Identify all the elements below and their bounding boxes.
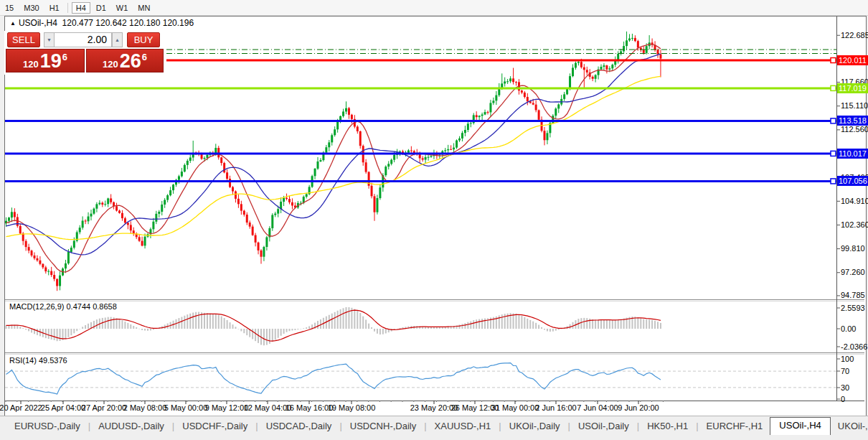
- bid-price[interactable]: 120 19 6: [6, 49, 85, 72]
- chart-tab-audusd-daily[interactable]: AUDUSD-,Daily: [91, 418, 171, 434]
- time-tick-label: 25 Apr 04:00: [41, 403, 85, 412]
- price-level-badge: 107.056: [837, 176, 868, 186]
- chart-tab-xauusd-h1[interactable]: XAUUSD-,H1: [428, 418, 499, 434]
- mt4-workspace: 15M30H1H4D1W1MN ▲USOil-,H4 120.477 120.6…: [0, 0, 868, 440]
- ask-price[interactable]: 120 26 6: [86, 49, 164, 72]
- chart-tab-ukoil-h4[interactable]: UKOil-,H4: [831, 418, 868, 434]
- macd-indicator-label: MACD(12,26,9) 0.4744 0.8658: [9, 302, 117, 311]
- time-tick-label: 9 Jun 20:00: [618, 403, 659, 412]
- indicator-tick-label: 0: [841, 395, 845, 403]
- time-tick-label: 31 May 00:00: [491, 403, 539, 412]
- time-tick-label: 20 Apr 2022: [0, 403, 42, 412]
- sell-button[interactable]: SELL: [7, 32, 40, 47]
- indicator-tick-label: -2.0366: [841, 342, 867, 351]
- chart-tab-usoil-daily[interactable]: USOil-,Daily: [571, 418, 636, 434]
- volume-input[interactable]: 2.00: [54, 32, 112, 47]
- time-tick-label: 2 Jun 16:00: [535, 403, 577, 412]
- price-tick-label: 104.910: [841, 197, 868, 205]
- indicator-tick-label: 100: [841, 355, 854, 363]
- chart-tab-hk50-h1[interactable]: HK50-,H1: [640, 418, 695, 434]
- bid-big-digits: 19: [40, 52, 62, 70]
- ohlc-values: 120.477 120.642 120.180 120.196: [62, 18, 194, 28]
- time-tick-label: 27 Apr 20:00: [82, 403, 126, 412]
- volume-increase-button[interactable]: ▲: [112, 32, 123, 47]
- price-level-badge: 110.017: [837, 149, 868, 159]
- ask-prefix: 120: [103, 59, 118, 70]
- price-tick-label: 122.685: [841, 31, 868, 39]
- ask-superscript: 6: [142, 52, 147, 62]
- collapse-triangle-icon[interactable]: ▲: [10, 20, 16, 27]
- price-tick-label: 94.785: [841, 291, 865, 299]
- bid-prefix: 120: [23, 59, 39, 70]
- chart-tab-usoil-h4[interactable]: USOil-,H4: [770, 417, 831, 435]
- price-tick-label: 99.810: [841, 244, 865, 253]
- time-tick-label: 5 May 00:00: [164, 403, 208, 412]
- price-level-badge: 117.019: [837, 83, 868, 93]
- price-level-badge: 113.518: [837, 116, 868, 126]
- price-level-badge: 120.011: [837, 55, 868, 65]
- buy-button[interactable]: BUY: [127, 32, 160, 47]
- time-tick-label: 19 May 08:00: [328, 403, 376, 412]
- indicator-tick-label: 70: [841, 367, 849, 375]
- chart-tab-usdcnh-daily[interactable]: USDCNH-,Daily: [343, 418, 423, 434]
- symbol-name: USOil-,H4: [19, 18, 57, 28]
- indicator-tick-label: 0.00: [841, 324, 856, 333]
- indicator-tick-label: 2.5593: [841, 304, 865, 312]
- price-tick-label: 97.260: [841, 268, 865, 276]
- bid-superscript: 6: [62, 52, 67, 62]
- time-tick-label: 2 May 08:00: [123, 403, 167, 412]
- price-tick-label: 112.560: [841, 125, 868, 134]
- time-tick-label: 16 May 16:00: [286, 403, 334, 412]
- time-tick-label: 9 May 12:00: [205, 403, 249, 412]
- chart-tab-usdcad-daily[interactable]: USDCAD-,Daily: [259, 418, 339, 434]
- chart-tab-eurusd-daily[interactable]: EURUSD-,Daily: [7, 418, 88, 434]
- rsi-indicator-label: RSI(14) 49.5376: [9, 356, 67, 365]
- chart-tab-ukoil-daily[interactable]: UKOil-,Daily: [502, 418, 567, 434]
- chart-tab-usdchf-daily[interactable]: USDCHF-,Daily: [175, 418, 255, 434]
- price-tick-label: 102.360: [841, 220, 868, 229]
- chart-title: ▲USOil-,H4 120.477 120.642 120.180 120.1…: [10, 18, 194, 28]
- one-click-trading-panel: SELL ▼ 2.00 ▲ BUY 120 19 6 120 26 6: [4, 31, 166, 75]
- chart-tab-eurchf-h1[interactable]: EURCHF-,H1: [699, 418, 770, 434]
- volume-decrease-button[interactable]: ▼: [44, 32, 55, 47]
- indicator-tick-label: 30: [841, 383, 849, 392]
- time-tick-label: 12 May 04:00: [244, 403, 292, 412]
- time-tick-label: 7 Jun 04:00: [577, 403, 618, 412]
- price-tick-label: 115.110: [841, 101, 868, 110]
- chart-tab-bar: EURUSD-,Daily|AUDUSD-,Daily|USDCHF-,Dail…: [0, 416, 868, 440]
- ask-big-digits: 26: [120, 52, 141, 70]
